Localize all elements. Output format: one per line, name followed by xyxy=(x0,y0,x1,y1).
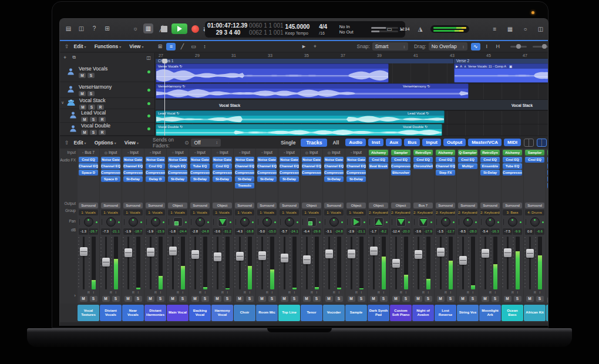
fx-plugin-slot[interactable]: St-Delay xyxy=(280,176,299,182)
pan-control[interactable] xyxy=(301,216,322,228)
pan-control[interactable] xyxy=(122,216,144,228)
single-pane-icon[interactable] xyxy=(524,139,534,147)
channel-strip-vocal-textures[interactable]: ▫Bus 7Cnsl EQChannel EQSpace DSurround1:… xyxy=(78,149,99,304)
fx-plugin-slot[interactable]: Compressor xyxy=(213,170,232,176)
filter-aux[interactable]: Aux xyxy=(386,139,402,146)
mute-button[interactable]: M xyxy=(102,296,110,302)
play-button[interactable] xyxy=(171,23,187,34)
solo-button[interactable]: S xyxy=(536,296,544,302)
input-slot[interactable]: ▫Input xyxy=(189,149,211,156)
fx-plugin-slot[interactable]: Channel EQ xyxy=(123,163,143,169)
group-slot[interactable]: 2: Keyboards xyxy=(479,209,501,216)
pan-knob[interactable] xyxy=(463,217,473,227)
mute-button[interactable]: M xyxy=(79,73,86,78)
fx-plugin-slot[interactable]: St-Delay xyxy=(235,176,254,182)
fader-cap[interactable] xyxy=(147,248,154,257)
pan-knob[interactable] xyxy=(441,217,450,227)
track-name-box[interactable]: Near Vocals xyxy=(122,305,144,321)
pan-knob[interactable] xyxy=(486,217,495,227)
mixer-scrollbar[interactable] xyxy=(60,322,548,326)
fx-plugin-slot[interactable]: Cnsl EQ xyxy=(458,157,477,163)
track-name-box[interactable]: Main Vocal xyxy=(167,305,189,321)
library-icon[interactable]: ▤ xyxy=(63,23,73,33)
track-header-options-button[interactable]: ◫ xyxy=(146,55,151,60)
track-name-box[interactable]: Night of Avalon xyxy=(412,305,434,321)
display-mode-icon[interactable]: ▭ xyxy=(384,24,394,34)
output-slot[interactable]: Surround xyxy=(144,202,166,209)
instrument-label[interactable]: RetroSyn xyxy=(480,150,500,156)
fader-cap[interactable] xyxy=(281,254,288,262)
group-slot[interactable]: 2: Keyboards xyxy=(390,209,412,216)
vertical-zoom-icon[interactable]: I xyxy=(482,43,492,50)
pointer-tool[interactable]: ► xyxy=(299,43,308,50)
solo-button[interactable]: S xyxy=(492,296,499,302)
record-button[interactable] xyxy=(191,25,199,33)
mute-button[interactable]: M xyxy=(236,296,244,302)
snap-dropdown[interactable]: Smart ↕ xyxy=(372,42,408,50)
output-slot[interactable]: Surround xyxy=(234,202,255,209)
fx-plugin-slot[interactable]: Tube EQ xyxy=(190,163,210,169)
fx-plugin-slot[interactable]: Compressor xyxy=(123,170,143,176)
input-slot[interactable]: ◎Input xyxy=(100,149,122,156)
mute-button[interactable]: M xyxy=(258,296,266,302)
pan-knob[interactable] xyxy=(129,217,138,227)
group-slot[interactable]: 3: Bass xyxy=(502,209,523,216)
fx-plugin-slot[interactable]: Channel EQ xyxy=(79,163,98,169)
group-slot[interactable]: 1: Vocals xyxy=(144,209,166,216)
channel-strip-african-kit[interactable]: SamplerCnsl EQSurround4: Drums0.0-6.6R I… xyxy=(524,149,546,304)
back-icon[interactable]: ⇧ xyxy=(65,43,69,49)
input-slot[interactable]: Sampler xyxy=(524,149,546,156)
view-toggle-tracks[interactable]: Tracks xyxy=(301,139,327,147)
fx-plugin-slot[interactable]: St-Delay xyxy=(213,176,232,182)
fx-plugin-slot[interactable]: Noise Gate xyxy=(302,157,321,163)
region-lead-vocal[interactable]: Lead Vocal ↻Lead Vocal ↻ xyxy=(156,110,445,123)
channel-strip-choir[interactable]: ▫InputNoise GateChannel EQCompressorSt-D… xyxy=(234,149,255,304)
input-slot[interactable]: ◎Input xyxy=(301,149,322,156)
fader-cap[interactable] xyxy=(102,258,110,267)
menu-edit[interactable]: Edit▾ xyxy=(74,43,86,49)
group-slot[interactable]: 1: Vocals xyxy=(323,209,345,216)
mute-button[interactable]: M xyxy=(370,296,378,302)
fx-plugin-slot[interactable]: Compressor xyxy=(235,170,254,176)
disclosure-chevron-icon[interactable]: ∨ xyxy=(61,100,64,105)
output-slot[interactable]: Surround xyxy=(435,202,456,209)
object-panner[interactable] xyxy=(374,217,383,227)
pan-control[interactable] xyxy=(479,216,501,228)
solo-button[interactable]: S xyxy=(425,296,432,302)
solo-button[interactable]: S xyxy=(88,91,95,96)
pan-control[interactable] xyxy=(412,216,434,228)
filter-input[interactable]: Input xyxy=(422,139,441,146)
input-slot[interactable]: RetroSyn xyxy=(479,149,501,156)
fx-plugin-slot[interactable]: Bitcrusher xyxy=(391,170,410,176)
instrument-label[interactable]: Alchemy xyxy=(369,150,388,156)
fx-plugin-slot[interactable]: Cnsl EQ xyxy=(213,163,232,169)
track-header-verse-vocals[interactable]: Verse VocalsMS xyxy=(60,62,154,82)
pan-knob[interactable] xyxy=(263,217,272,227)
track-name-box[interactable]: Backing Vocal xyxy=(189,305,211,321)
fx-plugin-slot[interactable]: Channel EQ xyxy=(235,163,254,169)
instrument-label[interactable]: Sampler xyxy=(525,150,544,156)
track-name-box[interactable]: Vocoder xyxy=(323,305,345,321)
mixer-icon[interactable]: ▥ xyxy=(143,23,153,33)
loop-browser-icon[interactable]: ○ xyxy=(520,24,530,34)
object-panner[interactable] xyxy=(396,217,406,227)
track-name-box[interactable]: Moonlight Ark xyxy=(479,305,501,321)
filter-output[interactable]: Output xyxy=(443,139,466,146)
pan-control[interactable] xyxy=(345,216,367,228)
output-slot[interactable]: Surround xyxy=(100,202,122,209)
playhead[interactable] xyxy=(164,59,165,136)
pan-control[interactable] xyxy=(189,216,211,228)
channel-strip-distant-vocals[interactable]: ◎InputNoise GateChannel EQCompressorSpac… xyxy=(100,149,122,304)
menu-view[interactable]: View▾ xyxy=(124,140,139,146)
group-slot[interactable]: 2: Keyboards xyxy=(457,209,479,216)
fx-plugin-slot[interactable]: Noise Gate xyxy=(213,157,232,163)
output-slot[interactable]: Surround xyxy=(78,202,99,209)
filter-inst[interactable]: Inst xyxy=(368,139,383,146)
take-folder-icon[interactable]: ▶ xyxy=(456,65,458,68)
mute-button[interactable]: M xyxy=(482,296,489,302)
object-panner[interactable] xyxy=(352,217,361,227)
fx-plugin-slot[interactable]: Noise Gate xyxy=(190,157,210,163)
menu-view[interactable]: View▾ xyxy=(129,43,143,49)
fader-cap[interactable] xyxy=(236,252,244,261)
group-slot[interactable]: 2: Keyboards xyxy=(412,209,434,216)
